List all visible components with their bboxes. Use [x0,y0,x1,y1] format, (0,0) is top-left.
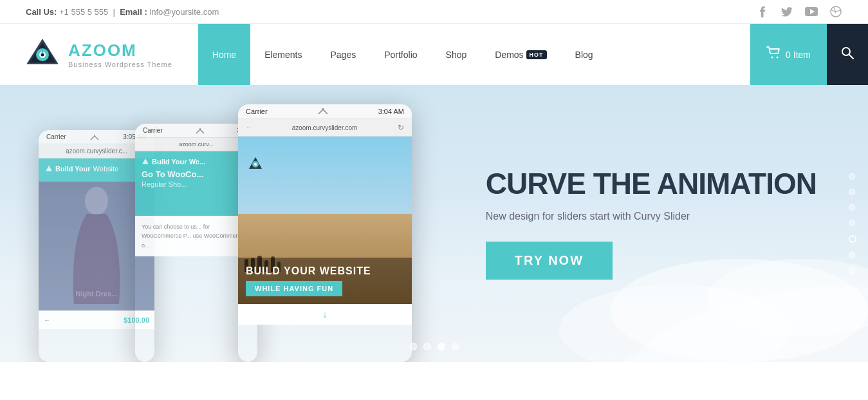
mid-desc: You can choose to us... for WooCommerce … [142,222,251,250]
search-icon [841,46,854,62]
nav-home[interactable]: Home [198,24,250,85]
svg-point-11 [842,48,850,55]
logo-icon [26,38,59,71]
front-phone-image: BUILD YOUR WEBSITE WHILE HAVING FUN [238,137,412,304]
svg-point-17 [94,135,95,136]
side-dot-3[interactable] [849,204,855,211]
logo-area: AZOOM Business Wordpress Theme [0,24,198,85]
hot-badge: HOT [526,50,547,59]
side-dots [849,173,856,274]
slider-dots [409,343,459,350]
hero-section: CURVE THE ANIMATION New design for slide… [0,85,868,362]
nav-shop[interactable]: Shop [432,24,481,85]
mid-goto: Go To WooCo... [142,169,251,179]
hero-content: CURVE THE ANIMATION New design for slide… [486,167,817,280]
svg-point-20 [199,128,201,129]
nav-portfolio[interactable]: Portfolio [370,24,431,85]
svg-point-8 [42,51,44,53]
twitter-icon[interactable] [780,5,793,18]
cart-label: 0 Item [786,50,811,60]
front-url: azoom.curvyslider.com [252,124,398,131]
side-dot-1[interactable] [849,173,855,180]
tagline: Business Wordpress Theme [68,61,172,68]
phone-front: Carrier 3:04 AM ← azoom.curvyslider.com … [238,104,412,362]
contact-info: Call Us: +1 555 5 555 | Email : info@you… [26,7,219,17]
nav-demos[interactable]: Demos HOT [481,24,560,85]
nav-pages[interactable]: Pages [316,24,370,85]
phones-container: Carrier 3:05 AM azoom.curvyslider.c... B… [39,104,412,362]
back-build: Build Your [55,165,91,173]
search-area[interactable] [827,24,868,85]
logo-text: AZOOM Business Wordpress Theme [68,41,172,68]
mid-regular: Regular Sho... [142,180,251,188]
while-having-fun-button[interactable]: WHILE HAVING FUN [246,281,342,296]
side-dot-6[interactable] [849,252,855,258]
front-carrier: Carrier [246,108,268,115]
svg-point-19 [85,187,108,215]
facebook-icon[interactable] [756,5,769,18]
back-url: azoom.curvyslider.c... [46,148,147,155]
brand-name: AZOOM [68,41,172,61]
mid-carrier: Carrier [143,127,163,134]
main-nav: Home Elements Pages Portfolio Shop Demos… [198,24,750,85]
top-bar: Call Us: +1 555 5 555 | Email : info@you… [0,0,868,24]
hero-title: CURVE THE ANIMATION [486,167,817,200]
svg-point-10 [777,57,779,59]
side-dot-2[interactable] [849,189,855,195]
youtube-icon[interactable] [805,5,818,18]
svg-marker-21 [142,158,149,164]
side-dot-5[interactable] [849,235,856,243]
header: AZOOM Business Wordpress Theme Home Elem… [0,24,868,85]
side-dot-4[interactable] [849,220,855,226]
front-time: 3:04 AM [378,108,404,115]
mid-url: azoom.curv... [143,141,250,148]
social-icons [756,5,842,18]
nav-blog[interactable]: Blog [561,24,607,85]
call-number: +1 555 5 555 [59,7,108,17]
svg-point-7 [41,53,44,56]
cart-area[interactable]: 0 Item [750,24,827,85]
svg-point-25 [254,163,257,166]
dribbble-icon[interactable] [829,5,842,18]
call-label: Call Us: [26,7,57,17]
refresh-icon: ↻ [398,123,404,132]
front-build-title: BUILD YOUR WEBSITE [246,265,404,277]
email-address: info@yoursite.com [149,7,219,17]
back-carrier: Carrier [46,133,66,140]
nav-elements[interactable]: Elements [250,24,316,85]
svg-marker-18 [46,166,52,171]
svg-line-12 [849,55,853,59]
hero-subtitle: New design for sliders start with Curvy … [486,211,817,222]
svg-point-9 [771,57,773,59]
side-dot-7[interactable] [849,267,855,274]
email-label: Email : [120,7,147,17]
slider-dot-4[interactable] [452,343,459,350]
slider-dot-3[interactable] [438,343,445,350]
try-now-button[interactable]: TRY NOW [486,242,613,280]
cart-icon [766,46,780,62]
slider-dot-1[interactable] [409,343,417,350]
slider-dot-2[interactable] [423,343,431,350]
